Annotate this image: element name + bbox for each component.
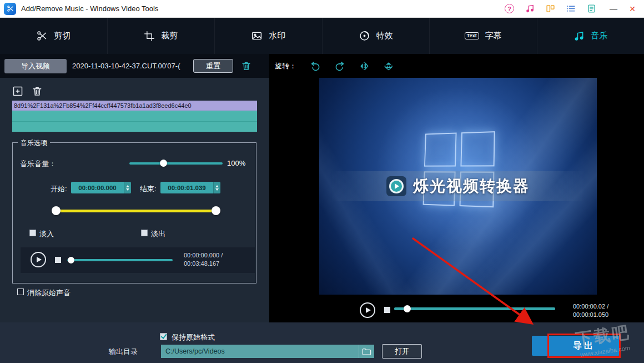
watermark-icon	[251, 30, 263, 42]
remove-original-audio-checkbox[interactable]	[17, 289, 24, 295]
volume-slider-handle[interactable]	[160, 160, 167, 167]
music-list-row[interactable]	[12, 111, 257, 121]
spinner-arrows[interactable]	[213, 182, 220, 193]
tab-subtitle-label: 字幕	[485, 31, 502, 41]
volume-label: 音乐音量：	[20, 159, 56, 169]
tab-cut-label: 剪切	[54, 31, 71, 41]
preview-progress-handle[interactable]	[404, 305, 411, 312]
output-path-input[interactable]: C:/Users/pc/Videos	[161, 345, 374, 358]
start-time-label: 开始:	[51, 184, 67, 194]
rotate-ccw-icon[interactable]	[310, 61, 321, 72]
document-icon[interactable]	[587, 4, 596, 13]
rotate-cw-icon[interactable]	[334, 61, 345, 72]
keep-format-checkbox[interactable]	[160, 333, 167, 340]
list-icon[interactable]	[566, 4, 576, 13]
remove-music-icon[interactable]	[32, 86, 43, 97]
music-time-total: 00:03:48.167	[184, 260, 223, 268]
output-dir-label: 输出目录	[109, 347, 138, 357]
keep-format-label: 保持原始格式	[172, 332, 215, 342]
tab-music-label: 音乐	[591, 31, 607, 41]
volume-slider[interactable]	[129, 162, 223, 165]
titlebar: Add/Remove Music - Windows Video Tools ?	[0, 0, 644, 18]
app-window: Add/Remove Music - Windows Video Tools ?	[0, 0, 644, 363]
preview-area: 烁光视频转换器 00:00:00.02 / 00:00:01.050	[269, 78, 644, 322]
effects-icon	[359, 30, 370, 42]
preview-stop-button[interactable]	[384, 307, 390, 313]
rotate-toolbar: 旋转：	[269, 54, 644, 78]
flip-vertical-icon[interactable]	[383, 61, 394, 72]
window-title: Add/Remove Music - Windows Video Tools	[21, 4, 158, 13]
music-progress-slider[interactable]	[67, 259, 173, 261]
add-music-icon[interactable]	[12, 86, 23, 97]
tab-effects-label: 特效	[376, 31, 393, 41]
close-button[interactable]: ✕	[623, 0, 642, 18]
open-folder-button[interactable]: 打开	[382, 344, 422, 359]
main-nav: 剪切 裁剪 水印 特效 Text 字幕	[0, 18, 644, 54]
music-options-group: 音乐选项 音乐音量： 100% 开始: 00:00:00.000 结束: 00:…	[12, 142, 256, 284]
tab-cut[interactable]: 剪切	[0, 18, 107, 54]
preview-play-button[interactable]	[360, 302, 375, 318]
preview-time-current: 00:00:00.02 /	[573, 302, 608, 311]
music-panel: 8d91%2F131a%2Fb854%2Ff44ccff447573fb1a1a…	[0, 78, 269, 322]
current-filename: 2020-11-03-10-42-37.CUT.00'07-(	[72, 62, 193, 70]
rotate-label: 旋转：	[275, 61, 296, 71]
video-overlay-title: 烁光视频转换器	[413, 176, 530, 197]
scissors-icon	[36, 30, 48, 42]
output-path-value: C:/Users/pc/Videos	[161, 347, 359, 355]
music-stop-button[interactable]	[55, 257, 61, 263]
play-icon	[366, 307, 371, 313]
range-handle-end[interactable]	[212, 206, 220, 215]
tab-crop[interactable]: 裁剪	[107, 18, 215, 54]
app-logo-icon	[4, 3, 16, 15]
tab-watermark-label: 水印	[269, 31, 285, 41]
play-icon	[37, 257, 42, 262]
fade-out-checkbox[interactable]	[141, 230, 148, 236]
music-preview-player: 00:00:00.000 / 00:03:48.167	[21, 247, 255, 273]
tab-subtitle[interactable]: Text 字幕	[429, 18, 537, 54]
subtitle-text-icon: Text	[465, 32, 479, 39]
preview-progress-slider[interactable]	[394, 307, 555, 310]
help-icon[interactable]: ?	[505, 4, 514, 13]
music-tool-icon[interactable]	[525, 4, 535, 13]
minimize-button[interactable]: —	[604, 0, 623, 18]
delete-video-icon[interactable]	[241, 61, 251, 71]
music-list-item-selected[interactable]: 8d91%2F131a%2Fb854%2Ff44ccff447573fb1a1a…	[12, 101, 257, 111]
fade-out-label: 淡出	[151, 229, 165, 239]
tab-watermark[interactable]: 水印	[214, 18, 322, 54]
volume-value: 100%	[227, 159, 245, 167]
music-time-current: 00:00:00.000 /	[184, 251, 223, 260]
music-list: 8d91%2F131a%2Fb854%2Ff44ccff447573fb1a1a…	[12, 101, 257, 132]
music-note-icon	[573, 31, 585, 42]
reset-button[interactable]: 重置	[193, 59, 233, 73]
end-time-value: 00:00:01.039	[160, 185, 213, 191]
export-button[interactable]: 导出	[532, 336, 620, 356]
video-title-overlay: 烁光视频转换器	[319, 171, 597, 201]
music-play-button[interactable]	[31, 252, 46, 267]
fade-in-label: 淡入	[39, 229, 54, 239]
start-time-spinner[interactable]: 00:00:00.000	[71, 182, 131, 193]
export-button-label: 导出	[573, 340, 595, 352]
flip-horizontal-icon[interactable]	[359, 61, 370, 72]
import-video-button[interactable]: 导入视频	[4, 59, 67, 73]
tab-effects[interactable]: 特效	[322, 18, 430, 54]
tab-crop-label: 裁剪	[161, 31, 178, 41]
output-bar: 保持原始格式 输出目录 C:/Users/pc/Videos 打开 导出	[0, 322, 644, 363]
start-time-value: 00:00:00.000	[71, 185, 124, 191]
tab-music[interactable]: 音乐	[537, 18, 644, 54]
preview-time-display: 00:00:00.02 / 00:00:01.050	[573, 302, 608, 319]
range-handle-start[interactable]	[52, 206, 61, 215]
video-preview: 烁光视频转换器	[319, 78, 597, 295]
end-time-label: 结束:	[140, 184, 157, 194]
music-progress-handle[interactable]	[68, 257, 74, 263]
fade-in-checkbox[interactable]	[29, 230, 36, 236]
group-title: 音乐选项	[18, 138, 50, 148]
trim-range-slider[interactable]	[56, 210, 216, 212]
converter-app-icon	[386, 176, 406, 196]
end-time-spinner[interactable]: 00:00:01.039	[160, 182, 220, 193]
spinner-arrows[interactable]	[124, 182, 131, 193]
music-list-row[interactable]	[12, 121, 257, 132]
crop-icon	[144, 31, 155, 42]
browse-folder-icon[interactable]	[359, 345, 374, 358]
remove-original-audio-label: 消除原始声音	[27, 288, 71, 298]
layout-icon[interactable]	[546, 4, 555, 13]
